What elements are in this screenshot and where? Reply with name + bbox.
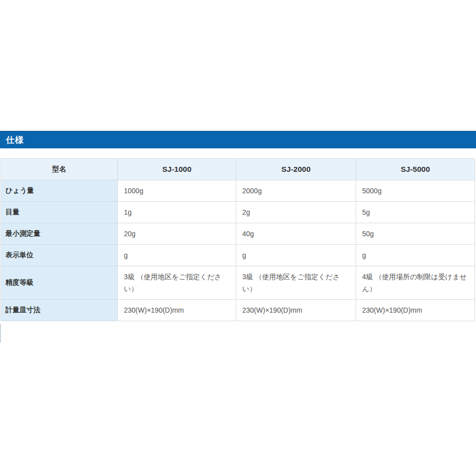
page-root: 仕様 型名 SJ-1000 SJ-2000 SJ-5000 ひょう量 1000g… <box>0 0 476 476</box>
spec-row-pan-size: 計量皿寸法 230(W)×190(D)mm 230(W)×190(D)mm 23… <box>1 300 475 321</box>
spec-value: 20g <box>118 223 236 245</box>
spec-value: g <box>356 245 475 266</box>
spec-value: g <box>236 245 356 266</box>
row-label: ひょう量 <box>1 180 118 202</box>
row-label: 最小測定量 <box>1 223 118 245</box>
spec-row-scale-interval: 目量 1g 2g 5g <box>1 202 475 223</box>
spec-value: 2000g <box>236 180 356 202</box>
spec-value: 3級 （使用地区をご指定ください） <box>118 266 236 300</box>
header-row: 型名 SJ-1000 SJ-2000 SJ-5000 <box>1 159 475 180</box>
spec-row-display-unit: 表示単位 g g g <box>1 245 475 266</box>
spec-row-capacity: ひょう量 1000g 2000g 5000g <box>1 180 475 202</box>
spec-value: 1g <box>118 202 236 223</box>
column-header-sj2000: SJ-2000 <box>236 159 356 180</box>
spec-value: 5g <box>356 202 475 223</box>
column-header-model-name: 型名 <box>1 159 118 180</box>
spec-value: 2g <box>236 202 356 223</box>
column-header-sj5000: SJ-5000 <box>356 159 475 180</box>
spec-value: 230(W)×190(D)mm <box>236 300 356 321</box>
row-label: 目量 <box>1 202 118 223</box>
spec-value: 3級 （使用地区をご指定ください） <box>236 266 356 300</box>
spec-value: 40g <box>236 223 356 245</box>
spec-value: 1000g <box>118 180 236 202</box>
row-label: 精度等級 <box>1 266 118 300</box>
section-title-bar: 仕様 <box>0 131 476 148</box>
section-title: 仕様 <box>0 134 24 146</box>
spec-value: 50g <box>356 223 475 245</box>
next-section-edge-stub <box>0 324 2 343</box>
spec-value: 230(W)×190(D)mm <box>356 300 475 321</box>
row-label: 計量皿寸法 <box>1 300 118 321</box>
spec-table-header: 型名 SJ-1000 SJ-2000 SJ-5000 <box>1 159 475 180</box>
column-header-sj1000: SJ-1000 <box>118 159 236 180</box>
spec-table: 型名 SJ-1000 SJ-2000 SJ-5000 ひょう量 1000g 20… <box>0 158 475 321</box>
spec-value: 230(W)×190(D)mm <box>118 300 236 321</box>
spec-value: 4級 （使用場所の制限は受けません） <box>356 266 475 300</box>
row-label: 表示単位 <box>1 245 118 266</box>
spec-row-min-measurement: 最小測定量 20g 40g 50g <box>1 223 475 245</box>
spec-value: 5000g <box>356 180 475 202</box>
spec-value: g <box>118 245 236 266</box>
spec-row-accuracy-class: 精度等級 3級 （使用地区をご指定ください） 3級 （使用地区をご指定ください）… <box>1 266 475 300</box>
